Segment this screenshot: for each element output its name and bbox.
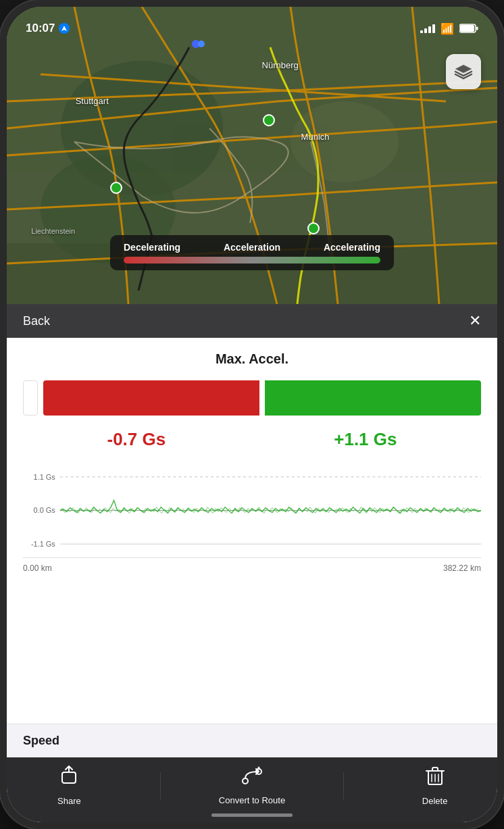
city-label-munich: Munich <box>301 132 330 142</box>
chart-x-right: 382.22 km <box>443 563 481 573</box>
phone-frame: 10:07 📶 <box>0 0 504 829</box>
content-area: Max. Accel. -0.7 Gs +1.1 Gs <box>7 338 497 724</box>
svg-point-7 <box>291 101 399 182</box>
accel-values: -0.7 Gs +1.1 Gs <box>23 429 481 450</box>
battery-icon <box>459 24 478 33</box>
signal-icon <box>420 24 435 33</box>
convert-to-route-button[interactable]: Convert to Route <box>218 766 286 805</box>
toolbar: Share Convert to Route <box>7 757 497 822</box>
legend-decelerating: Decelerating <box>124 242 180 253</box>
chart-x-left: 0.00 km <box>23 563 52 573</box>
toolbar-divider-1 <box>160 772 161 799</box>
location-icon <box>59 23 70 34</box>
svg-point-10 <box>111 182 122 193</box>
svg-marker-0 <box>61 26 67 31</box>
accel-positive-value: +1.1 Gs <box>334 429 397 450</box>
share-icon <box>59 765 78 792</box>
panel-header: Back ✕ <box>7 304 497 338</box>
back-button[interactable]: Back <box>23 314 50 328</box>
city-label-liechtenstein: Liechtenstein <box>31 227 75 235</box>
layers-icon <box>454 62 473 81</box>
accel-section-title: Max. Accel. <box>23 351 481 367</box>
chart-x-labels: 0.00 km 382.22 km <box>23 563 481 573</box>
speed-section: Speed <box>7 724 497 757</box>
city-label-nurnberg: Nürnberg <box>262 60 299 70</box>
svg-text:1.1 Gs: 1.1 Gs <box>34 473 56 481</box>
accel-bar-white <box>23 380 38 416</box>
accel-bar-red <box>43 380 259 416</box>
time-display: 10:07 <box>26 22 55 35</box>
delete-icon <box>426 765 445 792</box>
legend-labels: Decelerating Acceleration Accelerating <box>124 242 380 253</box>
status-time: 10:07 <box>26 22 70 35</box>
wifi-icon: 📶 <box>440 22 454 35</box>
delete-label: Delete <box>422 796 448 806</box>
svg-point-11 <box>263 115 274 126</box>
svg-rect-22 <box>62 772 76 783</box>
city-label-stuttgart: Stuttgart <box>76 96 109 106</box>
toolbar-divider-2 <box>343 772 344 799</box>
share-button[interactable]: Share <box>35 765 103 806</box>
accel-bar-container <box>23 378 481 418</box>
accel-bar-green <box>265 380 481 416</box>
speed-title: Speed <box>23 734 481 748</box>
map-background: Nürnberg Stuttgart Munich Liechtenstein <box>7 7 497 304</box>
status-bar: 10:07 📶 <box>7 7 497 42</box>
svg-text:-1.1 Gs: -1.1 Gs <box>31 540 55 548</box>
phone-inner: 10:07 📶 <box>7 7 497 822</box>
delete-button[interactable]: Delete <box>401 765 469 806</box>
convert-icon <box>240 766 264 791</box>
share-label: Share <box>57 796 81 806</box>
accel-negative-value: -0.7 Gs <box>107 429 166 450</box>
svg-point-23 <box>243 778 248 784</box>
legend-gradient <box>124 257 380 263</box>
chart-svg: 1.1 Gs 0.0 Gs -1.1 Gs <box>23 463 481 557</box>
convert-label: Convert to Route <box>219 795 285 805</box>
svg-rect-3 <box>476 27 478 30</box>
svg-point-12 <box>308 223 319 234</box>
close-button[interactable]: ✕ <box>469 313 481 328</box>
map-area[interactable]: Nürnberg Stuttgart Munich Liechtenstein <box>7 7 497 304</box>
layers-button[interactable] <box>446 54 481 89</box>
svg-rect-2 <box>460 25 474 32</box>
svg-text:0.0 Gs: 0.0 Gs <box>34 506 56 514</box>
home-indicator <box>211 813 293 817</box>
legend-acceleration: Acceleration <box>224 242 280 253</box>
chart-container: 1.1 Gs 0.0 Gs -1.1 Gs <box>23 463 481 558</box>
legend-bar: Decelerating Acceleration Accelerating <box>110 235 394 270</box>
legend-accelerating: Accelerating <box>324 242 380 253</box>
status-right: 📶 <box>420 22 478 35</box>
